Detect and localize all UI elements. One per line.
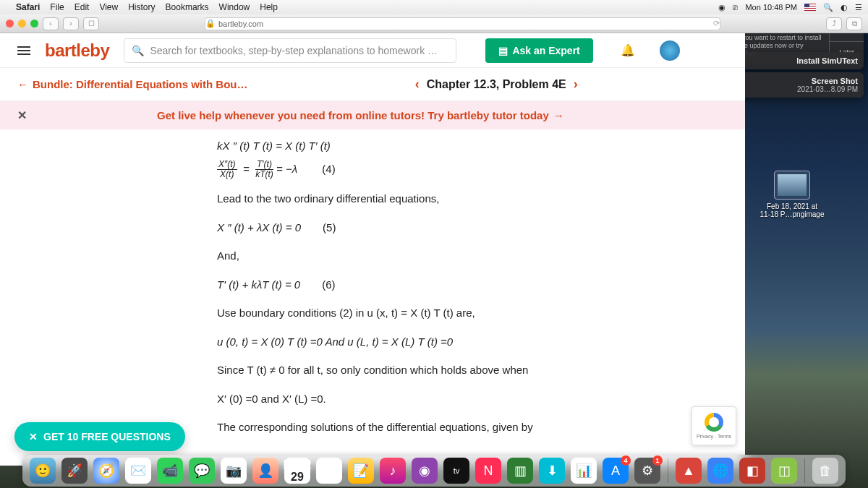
window-min[interactable] bbox=[18, 20, 26, 27]
page: bartleby 🔍 Search for textbooks, step-by… bbox=[0, 33, 745, 466]
app-name[interactable]: Safari bbox=[16, 2, 40, 12]
clock[interactable]: Mon 10:48 PM bbox=[745, 3, 797, 12]
dock-separator-2 bbox=[804, 458, 805, 483]
tabs-button[interactable]: ⧉ bbox=[846, 17, 862, 30]
dock-app1[interactable]: ⬇ bbox=[539, 458, 565, 484]
share-button[interactable]: ⤴ bbox=[826, 17, 842, 30]
window-close[interactable] bbox=[6, 20, 14, 27]
dock-news[interactable]: N bbox=[475, 458, 501, 484]
solution-content: kX ″ (t) T (t) = X (t) T′ (t) X″(t)X(t) … bbox=[0, 129, 745, 461]
siri-icon[interactable]: ◐ bbox=[841, 3, 848, 12]
notif-screenshot[interactable]: Screen Shot 2021-03…8.09 PM bbox=[726, 72, 864, 98]
back-link-label: Bundle: Differential Equations with Bou… bbox=[33, 78, 248, 90]
dock-tv[interactable]: tv bbox=[443, 458, 469, 484]
notif-install[interactable]: Install SimUText bbox=[726, 52, 864, 69]
cta-close-icon[interactable]: ✕ bbox=[29, 431, 38, 442]
hamburger-icon[interactable] bbox=[17, 46, 30, 55]
promo-text[interactable]: Get live help whenever you need from onl… bbox=[157, 109, 549, 121]
search-input[interactable]: 🔍 Search for textbooks, step-by-step exp… bbox=[124, 38, 456, 63]
menu-help[interactable]: Help bbox=[260, 2, 278, 12]
url-bar[interactable]: 🔒 bartleby.com ⟳ bbox=[205, 17, 720, 30]
dock-app2[interactable]: ▲ bbox=[676, 458, 702, 484]
para-5: X′ (0) =0 and X′ (L) =0. bbox=[217, 390, 702, 408]
menu-file[interactable]: File bbox=[50, 2, 64, 12]
desktop-file[interactable]: Feb 18, 2021 at 11-18 P…pngimage bbox=[760, 171, 825, 218]
chapter-nav: ‹ Chapter 12.3, Problem 4E › bbox=[415, 77, 578, 92]
dock-podcasts[interactable]: ◉ bbox=[412, 458, 438, 484]
dock-reminders[interactable]: ☰ bbox=[316, 458, 342, 484]
sidebar-toggle[interactable]: ☐ bbox=[83, 17, 99, 30]
window-max[interactable] bbox=[30, 20, 38, 27]
mac-menubar: Safari File Edit View History Bookmarks … bbox=[0, 0, 868, 14]
search-placeholder: Search for textbooks, step-by-step expla… bbox=[150, 45, 438, 56]
para-2: Use boundary conditions (2) in u (x, t) … bbox=[217, 304, 702, 322]
menu-window[interactable]: Window bbox=[219, 2, 250, 12]
flag-icon[interactable] bbox=[804, 4, 816, 11]
dock-trash[interactable]: 🗑 bbox=[812, 458, 838, 484]
nav-forward[interactable]: › bbox=[63, 17, 79, 30]
dock-finder[interactable]: 🙂 bbox=[30, 458, 56, 484]
wifi-icon[interactable]: ◉ bbox=[718, 3, 726, 12]
ask-expert-label: Ask an Expert bbox=[512, 45, 579, 56]
file-line1: Feb 18, 2021 at bbox=[760, 202, 825, 210]
dock-safari[interactable]: 🧭 bbox=[93, 458, 119, 484]
chapter-next[interactable]: › bbox=[574, 77, 578, 92]
dock-separator bbox=[668, 458, 668, 483]
dock-notes[interactable]: 📝 bbox=[348, 458, 374, 484]
site-header: bartleby 🔍 Search for textbooks, step-by… bbox=[0, 33, 745, 68]
brand-logo[interactable]: bartleby bbox=[45, 40, 109, 61]
nav-back[interactable]: ‹ bbox=[43, 17, 59, 30]
para-4: Since T (t) ≠ 0 for all t, so only condi… bbox=[217, 361, 702, 380]
avatar[interactable] bbox=[660, 40, 680, 61]
para-1: Lead to the two ordinary differential eq… bbox=[217, 189, 702, 208]
back-link[interactable]: ← Bundle: Differential Equations with Bo… bbox=[17, 78, 248, 90]
dock-messages[interactable]: 💬 bbox=[189, 458, 215, 484]
recaptcha-text: Privacy - Terms bbox=[697, 434, 731, 439]
eq-1: kX ″ (t) T (t) = X (t) T′ (t) bbox=[217, 137, 702, 155]
dock-music[interactable]: ♪ bbox=[380, 458, 406, 484]
and: And, bbox=[217, 247, 702, 265]
dock-app3[interactable]: 🌐 bbox=[707, 458, 733, 484]
menu-history[interactable]: History bbox=[128, 2, 155, 12]
dock-app4[interactable]: ◧ bbox=[739, 458, 765, 484]
url-text: bartleby.com bbox=[218, 20, 263, 28]
subheader: ← Bundle: Differential Equations with Bo… bbox=[0, 68, 745, 101]
dock: 🙂 🚀 🧭 ✉️ 📹 💬 📷 👤 MAR29 ☰ 📝 ♪ ◉ tv N ▥ ⬇ … bbox=[22, 455, 846, 487]
dock-calendar[interactable]: MAR29 bbox=[284, 458, 310, 484]
notif-shot-title: Screen Shot bbox=[732, 77, 858, 85]
chat-icon: ▤ bbox=[498, 45, 508, 56]
chapter-title: Chapter 12.3, Problem 4E bbox=[427, 78, 566, 91]
spotlight-icon[interactable]: 🔍 bbox=[823, 3, 833, 12]
display-icon[interactable]: ⎚ bbox=[733, 3, 738, 12]
dock-appstore[interactable]: A4 bbox=[603, 458, 629, 484]
search-icon: 🔍 bbox=[132, 45, 144, 56]
para-3: u (0, t) = X (0) T (t) =0 And u (L, t) =… bbox=[217, 333, 702, 351]
dock-app5[interactable]: ◫ bbox=[771, 458, 797, 484]
dock-settings[interactable]: ⚙1 bbox=[634, 458, 660, 484]
cta-button[interactable]: ✕ GET 10 FREE QUESTIONS bbox=[14, 422, 185, 451]
dock-launchpad[interactable]: 🚀 bbox=[61, 458, 88, 484]
dock-mail[interactable]: ✉️ bbox=[125, 458, 151, 484]
recaptcha-badge[interactable]: Privacy - Terms bbox=[692, 406, 736, 445]
control-center-icon[interactable]: ☰ bbox=[855, 3, 862, 12]
dock-numbers[interactable]: ▥ bbox=[507, 458, 533, 484]
menu-view[interactable]: View bbox=[99, 2, 118, 12]
bell-icon[interactable]: 🔔 bbox=[621, 43, 635, 57]
promo-close-icon[interactable]: ✕ bbox=[17, 108, 27, 122]
eq-3: X ″ (t) + λX (t) = 0(5) bbox=[217, 218, 702, 237]
menu-bookmarks[interactable]: Bookmarks bbox=[166, 2, 209, 12]
notif-install-title: Install SimUText bbox=[732, 56, 858, 65]
menu-edit[interactable]: Edit bbox=[75, 2, 90, 12]
chapter-prev[interactable]: ‹ bbox=[415, 77, 420, 92]
reload-icon[interactable]: ⟳ bbox=[713, 19, 720, 28]
dock-facetime[interactable]: 📹 bbox=[157, 458, 183, 484]
promo-banner: ✕ Get live help whenever you need from o… bbox=[0, 101, 745, 129]
cta-label: GET 10 FREE QUESTIONS bbox=[43, 431, 171, 442]
recaptcha-icon bbox=[705, 413, 723, 432]
dock-photobooth[interactable]: 📷 bbox=[221, 458, 247, 484]
notif-shot-sub: 2021-03…8.09 PM bbox=[732, 85, 858, 93]
safari-toolbar: ‹ › ☐ 🔒 bartleby.com ⟳ ⤴ ⧉ bbox=[0, 14, 868, 33]
ask-expert-button[interactable]: ▤ Ask an Expert bbox=[485, 38, 592, 63]
dock-contacts[interactable]: 👤 bbox=[252, 458, 278, 484]
dock-keynote[interactable]: 📊 bbox=[571, 458, 597, 484]
